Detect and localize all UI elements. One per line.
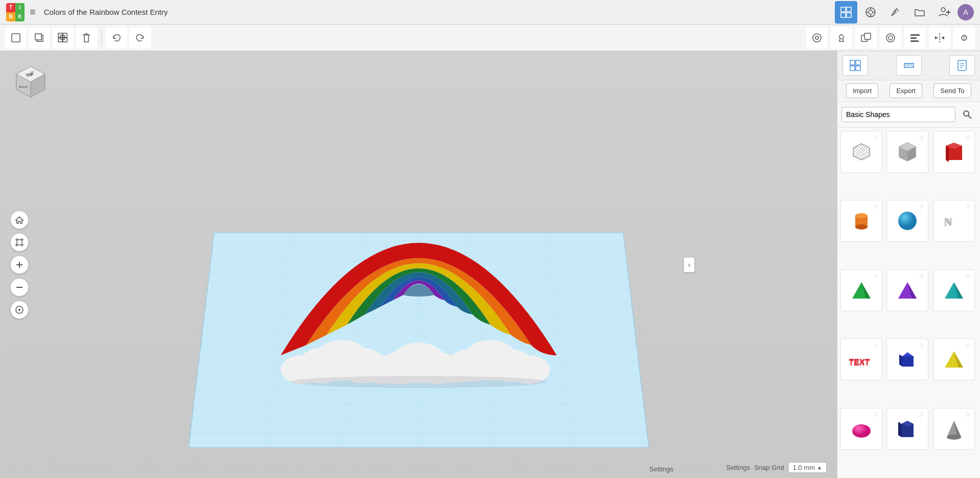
shape-star-1[interactable]: ☆ [919, 133, 925, 141]
shapes-category-select[interactable]: Basic Shapes Letters Math Animals Buildi… [841, 107, 955, 122]
new-btn[interactable] [5, 27, 27, 49]
subtract-tool-btn[interactable] [855, 27, 877, 49]
shape-box-striped[interactable]: ☆ [840, 131, 882, 173]
group-tool-btn[interactable] [880, 27, 901, 49]
svg-rect-99 [856, 60, 860, 65]
svg-rect-34 [910, 37, 917, 39]
export-btn[interactable]: Export [890, 83, 922, 98]
shape-box-navy[interactable]: ☆ [886, 408, 928, 450]
mirror-tool-btn[interactable] [929, 27, 950, 49]
shape-cone-gray[interactable]: ☆ [933, 408, 975, 450]
view-cube[interactable]: TOP TOP BACK [10, 61, 51, 102]
shape-text3d[interactable]: ☆ N N [933, 200, 975, 242]
measure-tool-btn[interactable] [953, 27, 975, 49]
shape-star-12[interactable]: ☆ [873, 411, 879, 418]
shape-star-14[interactable]: ☆ [965, 411, 971, 418]
zoom-out-btn[interactable] [10, 278, 29, 297]
svg-rect-35 [910, 40, 919, 42]
shape-star-6[interactable]: ☆ [873, 272, 879, 280]
fit-to-view-btn[interactable] [10, 233, 29, 252]
shape-star-2[interactable]: ☆ [965, 133, 971, 141]
camera-tool-btn[interactable] [806, 27, 828, 49]
redo-btn[interactable] [129, 27, 151, 49]
undo-btn[interactable] [106, 27, 127, 49]
shape-ellipsoid-pink[interactable]: ☆ [840, 408, 882, 450]
folder-btn[interactable] [908, 1, 931, 24]
tinkercad-logo[interactable]: T I N K [6, 3, 25, 21]
shape-cylinder[interactable]: ☆ [840, 200, 882, 242]
list-menu-icon[interactable]: ≡ [30, 6, 36, 18]
rainbow-scene [270, 161, 567, 396]
svg-point-12 [941, 8, 945, 12]
notes-panel-tab[interactable] [949, 55, 975, 76]
copy-btn[interactable] [29, 27, 50, 49]
sendto-btn[interactable]: Send To [933, 83, 971, 98]
snap-value-selector[interactable]: 1.0 mm ▲ [788, 462, 827, 473]
shape-box-gray[interactable]: ☆ [886, 131, 928, 173]
shape-sphere[interactable]: ☆ [886, 200, 928, 242]
svg-rect-0 [841, 7, 846, 12]
svg-point-32 [888, 36, 893, 40]
shape-star-3[interactable]: ☆ [873, 202, 879, 210]
svg-marker-138 [902, 352, 914, 356]
align-tool-btn[interactable] [904, 27, 926, 49]
import-btn[interactable]: Import [846, 83, 878, 98]
grid-panel-tab[interactable] [842, 55, 868, 76]
shape-pyramid-purple[interactable]: ☆ [886, 269, 928, 311]
shape-pyramid-yellow[interactable]: ☆ [933, 338, 975, 380]
zoom-in-btn[interactable] [10, 256, 29, 274]
snap-arrow: ▲ [817, 465, 822, 470]
svg-point-142 [852, 424, 871, 438]
svg-rect-15 [12, 34, 20, 42]
duplicate-btn[interactable] [52, 27, 74, 49]
panel-collapse-btn[interactable]: › [683, 257, 695, 272]
shapes-search-btn[interactable] [959, 106, 976, 123]
shape-star-8[interactable]: ☆ [965, 272, 971, 280]
svg-rect-33 [910, 34, 920, 36]
svg-point-28 [839, 35, 844, 39]
shape-star-9[interactable]: ☆ [873, 341, 879, 349]
left-controls [10, 211, 29, 319]
shape-pyramid-teal[interactable]: ☆ [933, 269, 975, 311]
shape-pyramid-green[interactable]: ☆ [840, 269, 882, 311]
shape-text-red[interactable]: ☆ TEXT TEXT [840, 338, 882, 380]
svg-marker-115 [853, 144, 870, 160]
delete-btn[interactable] [76, 27, 97, 49]
svg-rect-3 [847, 13, 851, 17]
user-avatar[interactable]: A [958, 4, 974, 20]
svg-rect-101 [856, 66, 860, 71]
grid-view-btn[interactable] [835, 1, 857, 24]
panel-actions: Import Export Send To [837, 80, 980, 102]
ruler-panel-tab[interactable] [896, 55, 922, 76]
shape-cube-blue[interactable]: ☆ [886, 338, 928, 380]
svg-point-125 [855, 224, 868, 230]
svg-rect-22 [63, 38, 67, 42]
shape-star-4[interactable]: ☆ [919, 202, 925, 210]
settings-label[interactable]: Settings [726, 464, 750, 471]
add-person-btn[interactable] [933, 1, 955, 24]
3d-viewport[interactable]: TOP TOP BACK Settings [0, 51, 837, 478]
tools-btn[interactable] [884, 1, 906, 24]
home-btn[interactable] [10, 211, 29, 229]
svg-text:TEXT: TEXT [849, 358, 870, 367]
shape-star-11[interactable]: ☆ [965, 341, 971, 349]
svg-rect-84 [17, 240, 22, 245]
svg-point-31 [886, 34, 895, 42]
shape-star-7[interactable]: ☆ [919, 272, 925, 280]
light-tool-btn[interactable] [831, 27, 852, 49]
profile-ring-btn[interactable] [859, 1, 882, 24]
shape-star-0[interactable]: ☆ [873, 133, 879, 141]
settings-btn[interactable]: Settings [649, 465, 673, 473]
svg-rect-23 [84, 35, 88, 42]
perspective-btn[interactable] [10, 301, 29, 319]
shape-star-10[interactable]: ☆ [919, 341, 925, 349]
right-panel: Import Export Send To Basic Shapes Lette… [837, 51, 980, 478]
shape-star-13[interactable]: ☆ [919, 411, 925, 418]
shape-box-red[interactable]: ☆ [933, 131, 975, 173]
svg-rect-2 [841, 13, 846, 17]
svg-text:BACK: BACK [19, 85, 28, 88]
logo-k: K [15, 12, 25, 21]
svg-point-76 [291, 376, 546, 388]
svg-point-124 [855, 213, 868, 218]
shape-star-5[interactable]: ☆ [965, 202, 971, 210]
